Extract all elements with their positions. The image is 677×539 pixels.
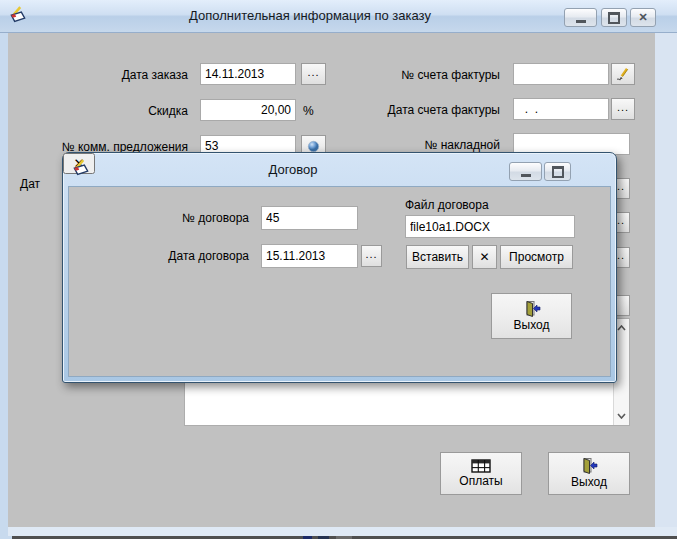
invoice-date-input[interactable] [513,98,609,120]
chevron-up-icon [617,325,626,331]
dialog-client-area: № договора Файл договора Дата договора .… [68,186,611,377]
main-titlebar[interactable]: Дополнительная информация по заказу ✕ [0,0,677,33]
ellipsis-icon: ... [365,249,377,264]
main-exit-button[interactable]: Выход [548,452,630,495]
window-frame-bottom [8,527,677,536]
dialog-maximize-button[interactable] [544,162,571,181]
window-frame-right [655,33,677,539]
contract-date-label: Дата договора [142,249,249,264]
insert-file-button-label: Вставить [412,250,463,264]
main-minimize-button[interactable] [564,8,597,27]
contract-number-label: № договора [147,211,249,226]
preview-file-button[interactable]: Просмотр [500,245,573,269]
contract-file-label: Файл договора [405,198,535,213]
main-exit-button-label: Выход [571,476,607,489]
exit-door-icon [523,300,541,317]
invoice-number-label: № счета фактуры [360,68,500,83]
order-date-label: Дата заказа [40,68,188,83]
payments-button[interactable]: Оплаты [440,452,522,495]
minimize-icon [576,20,586,23]
main-close-button[interactable]: ✕ [630,8,656,27]
contract-file-input[interactable] [405,215,575,238]
close-icon: ✕ [638,12,647,23]
dialog-minimize-button[interactable] [509,162,542,181]
discount-label: Скидка [40,104,188,119]
dialog-title: Договор [63,162,523,177]
dialog-exit-button-label: Выход [514,319,550,332]
exit-door-icon [580,457,598,474]
invoice-date-label: Дата счета фактуры [355,103,500,118]
contract-dialog: Договор ✕ № договора Файл договора Дата … [62,152,617,383]
minimize-icon [521,174,531,177]
maximize-icon [608,12,620,24]
red-x-icon: ✕ [479,250,489,264]
contract-date-input[interactable] [261,244,358,268]
order-date-picker-button[interactable]: ... [301,63,326,85]
hidden-field-label-partial: Дат [20,177,58,192]
table-grid-icon [471,459,491,473]
maximize-icon [552,166,564,178]
dialog-exit-button[interactable]: Выход [491,293,572,339]
main-maximize-button[interactable] [601,8,627,27]
discount-input[interactable] [200,99,296,121]
preview-file-button-label: Просмотр [509,250,564,264]
invoice-number-input[interactable] [513,63,609,85]
insert-file-button[interactable]: Вставить [406,245,469,269]
order-date-input[interactable] [200,63,296,85]
contract-number-input[interactable] [261,206,358,230]
ellipsis-icon: ... [617,102,629,117]
ellipsis-icon: ... [307,67,319,82]
scroll-down-button[interactable] [614,408,629,423]
main-window-title: Дополнительная информация по заказу [0,8,620,23]
desktop: Дополнительная информация по заказу ✕ Да… [0,0,677,539]
waybill-number-label: № накладной [360,138,500,153]
globe-icon [307,140,320,153]
invoice-edit-button[interactable] [611,63,635,85]
discount-unit-label: % [303,104,323,119]
delete-file-button[interactable]: ✕ [472,245,497,269]
payments-button-label: Оплаты [459,475,502,488]
pencil-icon [616,67,630,81]
contract-date-picker-button[interactable]: ... [361,245,382,267]
invoice-date-picker-button[interactable]: ... [611,98,635,120]
chevron-down-icon [617,413,626,419]
